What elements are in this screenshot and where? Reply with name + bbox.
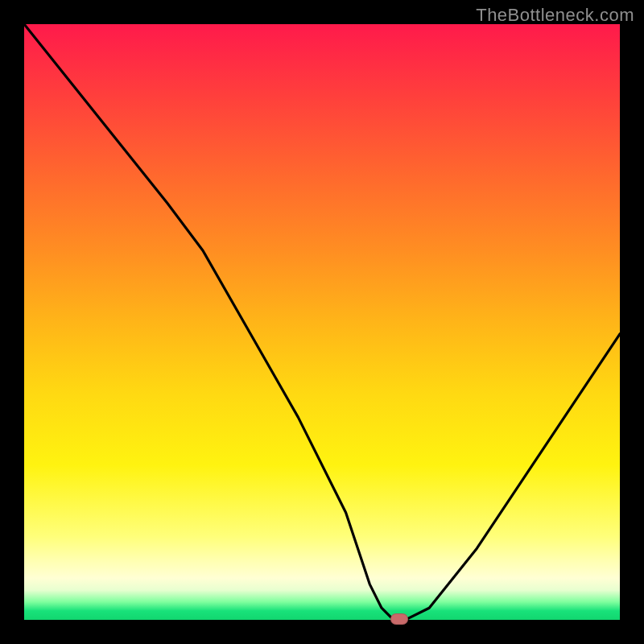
optimal-point-marker	[390, 613, 408, 625]
chart-container: TheBottleneck.com	[0, 0, 644, 644]
watermark-text: TheBottleneck.com	[476, 5, 634, 26]
plot-area	[24, 24, 620, 620]
bottleneck-curve	[24, 24, 620, 620]
